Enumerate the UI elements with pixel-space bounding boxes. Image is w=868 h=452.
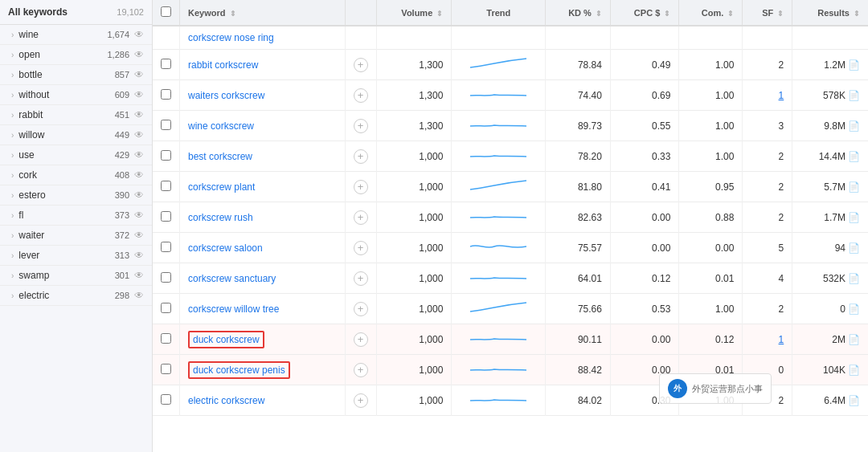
row-checkbox[interactable] [161, 303, 171, 313]
select-all-checkbox[interactable] [161, 6, 171, 17]
add-keyword-button[interactable]: + [354, 180, 368, 194]
row-checkbox[interactable] [161, 89, 171, 100]
eye-icon[interactable]: 👁 [134, 109, 144, 120]
keyword-link[interactable]: corkscrew sanctuary [188, 273, 276, 284]
row-checkbox-cell[interactable] [153, 233, 180, 263]
add-keyword-button[interactable]: + [354, 271, 368, 286]
row-checkbox[interactable] [161, 242, 171, 252]
add-keyword-button[interactable]: + [354, 332, 368, 347]
row-checkbox-cell[interactable] [153, 111, 180, 141]
row-add-cell[interactable]: + [345, 141, 376, 172]
eye-icon[interactable]: 👁 [134, 270, 144, 281]
add-keyword-button[interactable]: + [354, 363, 368, 377]
add-keyword-button[interactable]: + [354, 241, 368, 255]
eye-icon[interactable]: 👁 [134, 189, 144, 201]
col-keyword-header[interactable]: Keyword ⇕ [180, 0, 346, 26]
col-volume-header[interactable]: Volume ⇕ [376, 0, 452, 26]
eye-icon[interactable]: 👁 [134, 49, 144, 60]
add-keyword-button[interactable]: + [354, 119, 368, 133]
add-keyword-button[interactable]: + [354, 58, 368, 72]
row-checkbox-cell[interactable] [153, 80, 180, 111]
row-add-cell[interactable]: + [345, 111, 376, 141]
add-keyword-button[interactable]: + [354, 302, 368, 316]
row-checkbox-cell[interactable] [153, 263, 180, 294]
add-keyword-button[interactable]: + [354, 88, 368, 103]
keyword-link[interactable]: duck corkscrew penis [193, 364, 285, 376]
sidebar-item-cork[interactable]: › cork 408 👁 [0, 165, 152, 185]
keyword-link[interactable]: electric corkscrew [188, 395, 264, 406]
row-checkbox[interactable] [161, 211, 171, 222]
row-add-cell[interactable]: + [345, 263, 376, 294]
row-add-cell[interactable]: + [345, 172, 376, 202]
row-checkbox[interactable] [161, 150, 171, 161]
eye-icon[interactable]: 👁 [134, 89, 144, 100]
col-trend-header[interactable]: Trend [452, 0, 546, 26]
eye-icon[interactable]: 👁 [134, 210, 144, 221]
col-results-header[interactable]: Results ⇕ [792, 0, 868, 26]
keyword-link[interactable]: corkscrew willow tree [188, 303, 279, 315]
row-checkbox[interactable] [161, 394, 171, 405]
row-checkbox-cell[interactable] [153, 141, 180, 172]
sidebar-item-without[interactable]: › without 609 👁 [0, 85, 152, 105]
eye-icon[interactable]: 👁 [134, 169, 144, 181]
keyword-link[interactable]: corkscrew saloon [188, 242, 263, 254]
sidebar-all-keywords-label[interactable]: All keywords [8, 6, 68, 18]
sidebar-item-use[interactable]: › use 429 👁 [0, 145, 152, 165]
eye-icon[interactable]: 👁 [134, 29, 144, 40]
eye-icon[interactable]: 👁 [134, 230, 144, 241]
row-add-cell[interactable]: + [345, 355, 376, 385]
add-keyword-button[interactable]: + [354, 149, 368, 164]
eye-icon[interactable]: 👁 [134, 250, 144, 261]
row-checkbox[interactable] [161, 120, 171, 130]
row-add-cell[interactable]: + [345, 385, 376, 416]
row-checkbox[interactable] [161, 333, 171, 344]
keyword-link[interactable]: rabbit corkscrew [188, 59, 258, 71]
sidebar-item-willow[interactable]: › willow 449 👁 [0, 125, 152, 145]
row-checkbox[interactable] [161, 59, 171, 69]
add-keyword-button[interactable]: + [354, 393, 368, 408]
sidebar-item-fl[interactable]: › fl 373 👁 [0, 206, 152, 226]
row-checkbox-cell[interactable] [153, 294, 180, 324]
row-checkbox-cell[interactable] [153, 324, 180, 355]
row-checkbox[interactable] [161, 364, 171, 374]
eye-icon[interactable]: 👁 [134, 149, 144, 161]
row-checkbox-cell[interactable] [153, 202, 180, 233]
row-add-cell[interactable]: + [345, 233, 376, 263]
col-cpc-header[interactable]: CPC $ ⇕ [610, 0, 678, 26]
row-add-cell[interactable]: + [345, 202, 376, 233]
sidebar-item-swamp[interactable]: › swamp 301 👁 [0, 266, 152, 286]
row-add-cell[interactable]: + [345, 324, 376, 355]
keyword-link[interactable]: corkscrew plant [188, 181, 255, 193]
eye-icon[interactable]: 👁 [134, 290, 144, 301]
sidebar-item-wine[interactable]: › wine 1,674 👁 [0, 25, 152, 45]
keyword-link[interactable]: corkscrew rush [188, 212, 253, 223]
col-com-header[interactable]: Com. ⇕ [679, 0, 743, 26]
sidebar-item-bottle[interactable]: › bottle 857 👁 [0, 65, 152, 85]
row-checkbox-cell[interactable] [153, 172, 180, 202]
row-checkbox-cell[interactable] [153, 385, 180, 416]
row-add-cell[interactable]: + [345, 294, 376, 324]
keyword-link[interactable]: wine corkscrew [188, 120, 254, 132]
sidebar-item-estero[interactable]: › estero 390 👁 [0, 185, 152, 206]
col-sf-header[interactable]: SF ⇕ [743, 0, 792, 26]
row-checkbox[interactable] [161, 181, 171, 191]
eye-icon[interactable]: 👁 [134, 129, 144, 140]
row-checkbox-cell[interactable] [153, 50, 180, 80]
select-all-header[interactable] [153, 0, 180, 26]
row-add-cell[interactable]: + [345, 50, 376, 80]
keyword-link[interactable]: duck corkscrew [193, 334, 260, 345]
sidebar-item-open[interactable]: › open 1,286 👁 [0, 45, 152, 65]
col-kd-header[interactable]: KD % ⇕ [546, 0, 611, 26]
sidebar-item-lever[interactable]: › lever 313 👁 [0, 246, 152, 266]
sidebar-item-waiter[interactable]: › waiter 372 👁 [0, 226, 152, 246]
add-keyword-button[interactable]: + [354, 210, 368, 225]
row-checkbox-cell[interactable] [153, 355, 180, 385]
row-checkbox[interactable] [161, 272, 171, 283]
keyword-link[interactable]: best corkscrew [188, 151, 252, 162]
sidebar-item-electric[interactable]: › electric 298 👁 [0, 286, 152, 306]
sidebar-item-rabbit[interactable]: › rabbit 451 👁 [0, 105, 152, 125]
row-add-cell[interactable]: + [345, 80, 376, 111]
keyword-link[interactable]: corkscrew nose ring [188, 32, 274, 43]
eye-icon[interactable]: 👁 [134, 69, 144, 80]
keyword-link[interactable]: waiters corkscrew [188, 90, 264, 101]
